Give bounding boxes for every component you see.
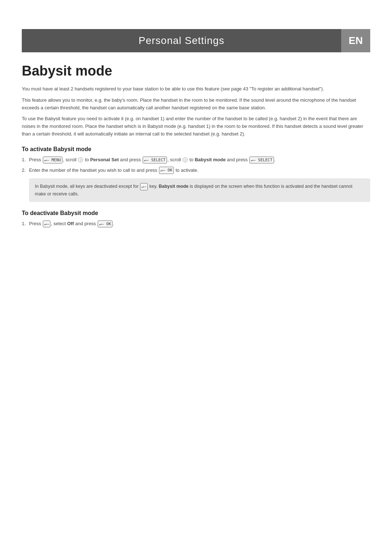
page-section-title: Babysit mode: [22, 63, 370, 79]
header-title: Personal Settings: [139, 35, 224, 46]
scroll-icon-2: ↕: [183, 157, 188, 162]
activate-heading: To activate Babysit mode: [22, 146, 370, 153]
intro-paragraph-3: To use the Babysit feature you need to a…: [22, 115, 370, 138]
header-title-box: Personal Settings: [22, 29, 341, 52]
header-lang-box: EN: [341, 29, 370, 52]
main-content: Babysit mode You must have at least 2 ha…: [0, 52, 392, 252]
select-button-icon-1: ↵― SELECT: [143, 157, 167, 164]
scroll-icon-1: ↕: [78, 157, 83, 162]
menu-button-icon: ↵― MENU: [43, 157, 62, 164]
info-box: In Babysit mode, all keys are deactivate…: [29, 178, 370, 202]
activate-step-1: 1. Press ↵― MENU, scroll ↕ to Personal S…: [22, 156, 370, 164]
deactivate-step-1: 1. Press ↵―, select Off and press ↵― OK.: [22, 220, 370, 228]
step-num-2: 2.: [22, 167, 26, 174]
deactivate-step-num-1: 1.: [22, 220, 26, 228]
press-icon-deactivate: ↵―: [43, 220, 50, 228]
activate-step-2: 2. Enter the number of the handset you w…: [22, 167, 370, 174]
step-num-1: 1.: [22, 156, 26, 164]
header-bar: Personal Settings EN: [22, 29, 370, 52]
select-button-icon-2: ↵― SELECT: [249, 157, 274, 164]
intro-paragraph-2: This feature allows you to monitor, e.g.…: [22, 97, 370, 112]
ok-button-icon-1: ↵― OK: [159, 167, 174, 174]
deactivate-steps-list: 1. Press ↵―, select Off and press ↵― OK.: [22, 220, 370, 228]
ok-button-icon-2: ↵― OK: [98, 220, 113, 228]
page-container: Personal Settings EN Babysit mode You mu…: [0, 29, 392, 555]
deactivate-heading: To deactivate Babysit mode: [22, 210, 370, 216]
activate-steps-list: 1. Press ↵― MENU, scroll ↕ to Personal S…: [22, 156, 370, 174]
header-lang: EN: [349, 35, 363, 46]
key-icon-info: ↵―: [140, 183, 148, 190]
intro-paragraph-1: You must have at least 2 handsets regist…: [22, 85, 370, 93]
